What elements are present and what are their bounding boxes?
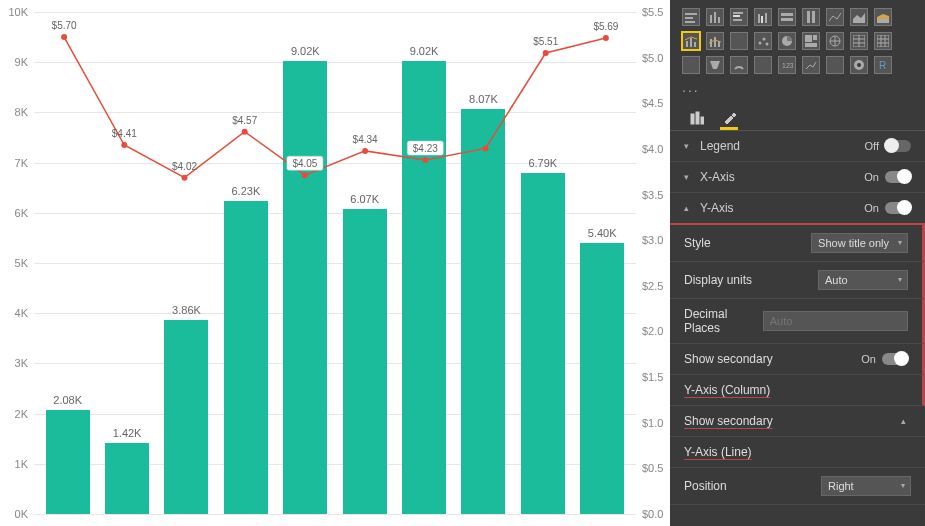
y-axis-left: 0K1K2K3K4K5K6K7K8K9K10K — [0, 0, 34, 526]
svg-rect-25 — [714, 12, 716, 23]
style-select[interactable]: Show title only▾ — [811, 233, 908, 253]
bar[interactable]: 2.08K — [46, 394, 90, 514]
chevron-up-icon: ▴ — [684, 203, 694, 213]
position-select[interactable]: Right▾ — [821, 476, 911, 496]
display-units-row: Display units Auto▾ — [670, 262, 925, 299]
bar-value-label: 6.23K — [231, 185, 260, 197]
viz-funnel-icon[interactable] — [706, 56, 724, 74]
y-right-tick: $3.0 — [642, 234, 663, 246]
y-left-tick: 2K — [15, 408, 28, 420]
viz-area-icon[interactable] — [850, 8, 868, 26]
viz-matrix-icon[interactable] — [874, 32, 892, 50]
y-right-tick: $0.5 — [642, 462, 663, 474]
y-right-tick: $2.0 — [642, 325, 663, 337]
show-secondary2-row[interactable]: Show secondary ▴ — [670, 406, 925, 437]
viz-clustered-bar-icon[interactable] — [730, 8, 748, 26]
y-left-tick: 5K — [15, 257, 28, 269]
show-secondary-toggle[interactable] — [882, 353, 908, 365]
fields-tab[interactable] — [688, 108, 706, 130]
bar[interactable]: 1.42K — [105, 427, 149, 514]
chevron-down-icon: ▾ — [684, 172, 694, 182]
svg-marker-37 — [853, 13, 865, 23]
viz-ribbon-icon[interactable] — [730, 32, 748, 50]
viz-filled-map-icon[interactable] — [682, 56, 700, 74]
y-right-tick: $1.0 — [642, 417, 663, 429]
bar-value-label: 6.79K — [528, 157, 557, 169]
display-units-label: Display units — [684, 273, 752, 287]
bar[interactable]: 9.02K — [283, 45, 327, 514]
svg-rect-21 — [685, 13, 697, 15]
legend-row[interactable]: ▾Legend Off — [670, 131, 925, 162]
bar[interactable]: 8.07K — [461, 93, 505, 514]
yaxis-row[interactable]: ▴Y-Axis On — [670, 193, 925, 225]
viz-stacked-bar-icon[interactable] — [682, 8, 700, 26]
viz-clustered-col-icon[interactable] — [754, 8, 772, 26]
bar-value-label: 8.07K — [469, 93, 498, 105]
position-label: Position — [684, 479, 727, 493]
svg-rect-35 — [807, 11, 810, 23]
viz-gauge-icon[interactable] — [730, 56, 748, 74]
viz-line-col-combo-icon[interactable] — [682, 32, 700, 50]
viz-ellipsis[interactable]: ··· — [670, 82, 925, 102]
yaxis-line-label: Y-Axis (Line) — [684, 445, 752, 459]
bar[interactable]: 9.02K — [402, 45, 446, 514]
xaxis-toggle[interactable] — [885, 171, 911, 183]
viz-donut-icon[interactable] — [850, 56, 868, 74]
viz-treemap-icon[interactable] — [802, 32, 820, 50]
bar-value-label: 9.02K — [291, 45, 320, 57]
viz-gallery: 123 R — [670, 0, 925, 82]
svg-rect-41 — [690, 38, 692, 47]
viz-stacked-col-icon[interactable] — [706, 8, 724, 26]
yaxis-line-row[interactable]: Y-Axis (Line) — [670, 437, 925, 468]
viz-100-col-icon[interactable] — [802, 8, 820, 26]
bar-value-label: 1.42K — [113, 427, 142, 439]
bar[interactable]: 6.23K — [224, 185, 268, 514]
viz-kpi-icon[interactable] — [802, 56, 820, 74]
style-row: Style Show title only▾ — [670, 225, 925, 262]
chart-plot[interactable]: 2.08K1.42K3.86K6.23K9.02K6.07K9.02K8.07K… — [34, 0, 636, 526]
svg-rect-68 — [691, 114, 694, 124]
y-left-tick: 9K — [15, 56, 28, 68]
viz-slicer-icon[interactable] — [826, 56, 844, 74]
y-right-tick: $2.5 — [642, 280, 663, 292]
display-units-select[interactable]: Auto▾ — [818, 270, 908, 290]
svg-point-48 — [766, 43, 769, 46]
format-tab[interactable] — [720, 108, 738, 130]
bar[interactable]: 5.40K — [580, 227, 624, 514]
decimal-places-input[interactable] — [763, 311, 908, 331]
bar-value-label: 3.86K — [172, 304, 201, 316]
viz-pie-icon[interactable] — [778, 32, 796, 50]
viz-r-icon[interactable]: R — [874, 56, 892, 74]
viz-stacked-area-icon[interactable] — [874, 8, 892, 26]
xaxis-row[interactable]: ▾X-Axis On — [670, 162, 925, 193]
svg-rect-34 — [781, 18, 793, 21]
y-left-tick: 4K — [15, 307, 28, 319]
bars-container: 2.08K1.42K3.86K6.23K9.02K6.07K9.02K8.07K… — [34, 12, 636, 514]
viz-scatter-icon[interactable] — [754, 32, 772, 50]
yaxis-state: On — [864, 202, 879, 214]
viz-card-icon[interactable]: 123 — [778, 56, 796, 74]
viz-map-icon[interactable] — [826, 32, 844, 50]
yaxis-column-row[interactable]: Y-Axis (Column) — [670, 375, 925, 406]
viz-table-icon[interactable] — [850, 32, 868, 50]
bar[interactable]: 6.07K — [343, 193, 387, 514]
y-right-tick: $5.0 — [642, 52, 663, 64]
bar[interactable]: 3.86K — [164, 304, 208, 514]
bar[interactable]: 6.79K — [521, 157, 565, 514]
viz-100-bar-icon[interactable] — [778, 8, 796, 26]
chevron-down-icon: ▾ — [898, 238, 902, 247]
viz-line-stacked-combo-icon[interactable] — [706, 32, 724, 50]
yaxis-column-label: Y-Axis (Column) — [684, 383, 770, 397]
svg-point-47 — [763, 38, 766, 41]
svg-rect-26 — [718, 17, 720, 23]
bar-value-label: 9.02K — [410, 45, 439, 57]
legend-toggle[interactable] — [885, 140, 911, 152]
svg-rect-29 — [733, 19, 742, 21]
chevron-up-icon: ▴ — [901, 416, 911, 426]
svg-rect-52 — [805, 43, 817, 47]
bar-value-label: 6.07K — [350, 193, 379, 205]
viz-line-icon[interactable] — [826, 8, 844, 26]
yaxis-toggle[interactable] — [885, 202, 911, 214]
viz-multi-card-icon[interactable] — [754, 56, 772, 74]
y-left-tick: 8K — [15, 106, 28, 118]
